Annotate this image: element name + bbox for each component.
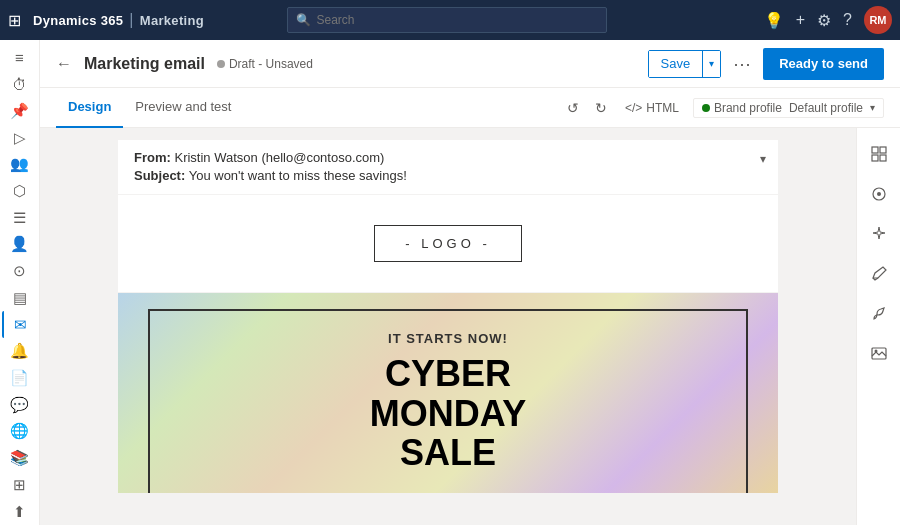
sidebar-item-segments[interactable]: ⬡: [2, 178, 38, 205]
sidebar-item-recent[interactable]: ⏱: [2, 71, 38, 98]
hero-title-line1: CYBER: [170, 354, 726, 394]
settings-icon[interactable]: ⚙: [817, 11, 831, 30]
code-icon: </>: [625, 101, 642, 115]
brush-tool-button[interactable]: [861, 296, 897, 332]
help-icon[interactable]: ?: [843, 11, 852, 29]
undo-button[interactable]: ↺: [563, 96, 583, 120]
content-area: ← Marketing email Draft - Unsaved Save ▾…: [40, 40, 900, 525]
header-actions: Save ▾ ⋯ Ready to send: [648, 48, 885, 80]
edit-tool-button[interactable]: [861, 256, 897, 292]
email-meta: From: Kristin Watson (hello@contoso.com)…: [118, 140, 778, 195]
editor-layout: From: Kristin Watson (hello@contoso.com)…: [40, 128, 900, 525]
sidebar-item-pinned[interactable]: 📌: [2, 97, 38, 124]
app-module: Marketing: [140, 13, 204, 28]
app-brand: Dynamics 365 | Marketing: [33, 11, 204, 29]
email-subject-line: Subject: You won't want to miss these sa…: [134, 168, 762, 183]
tab-preview-and-test[interactable]: Preview and test: [123, 88, 243, 128]
svg-rect-1: [880, 147, 886, 153]
sidebar-item-history[interactable]: ⊙: [2, 258, 38, 285]
hero-title: CYBER MONDAY SALE: [170, 354, 726, 473]
brand-profile-chevron-icon: ▾: [870, 102, 875, 113]
tab-bar: Design Preview and test ↺ ↻ </> HTML Bra…: [40, 88, 900, 128]
from-label: From:: [134, 150, 171, 165]
brand-profile-prefix: Brand profile: [714, 101, 782, 115]
svg-point-7: [874, 350, 877, 353]
sidebar-item-globe[interactable]: 🌐: [2, 418, 38, 445]
logo-placeholder: - LOGO -: [374, 225, 521, 262]
subject-value: You won't want to miss these savings!: [189, 168, 407, 183]
more-options-button[interactable]: ⋯: [729, 53, 755, 75]
avatar[interactable]: RM: [864, 6, 892, 34]
sidebar-item-queue[interactable]: ☰: [2, 204, 38, 231]
ready-to-send-button[interactable]: Ready to send: [763, 48, 884, 80]
draft-status-text: Draft - Unsaved: [229, 57, 313, 71]
sidebar-item-person[interactable]: 👤: [2, 231, 38, 258]
email-canvas-wrapper[interactable]: From: Kristin Watson (hello@contoso.com)…: [40, 128, 856, 525]
save-main-button[interactable]: Save: [649, 51, 703, 77]
save-dropdown-button[interactable]: ▾: [702, 51, 720, 77]
sidebar-item-chat[interactable]: 💬: [2, 391, 38, 418]
hero-title-line3: SALE: [170, 433, 726, 473]
draft-status: Draft - Unsaved: [217, 57, 313, 71]
hero-section[interactable]: IT STARTS NOW! CYBER MONDAY SALE: [118, 293, 778, 493]
brand-profile-name: Default profile: [789, 101, 863, 115]
search-icon: 🔍: [296, 13, 311, 27]
sidebar-item-grid[interactable]: ⊞: [2, 472, 38, 499]
sidebar: ≡ ⏱ 📌 ▷ 👥 ⬡ ☰ 👤 ⊙ ▤ ✉ 🔔 📄 💬 🌐 📚 ⊞ ⬆: [0, 40, 40, 525]
sidebar-item-bell[interactable]: 🔔: [2, 338, 38, 365]
elements-tool-button[interactable]: [861, 176, 897, 212]
search-box[interactable]: 🔍: [287, 7, 607, 33]
media-tool-button[interactable]: [861, 336, 897, 372]
layout-tool-button[interactable]: [861, 136, 897, 172]
app-name: Dynamics 365: [33, 13, 123, 28]
app-grid-icon[interactable]: ⊞: [8, 11, 21, 30]
svg-point-5: [877, 192, 881, 196]
back-button[interactable]: ←: [56, 55, 72, 73]
email-canvas: From: Kristin Watson (hello@contoso.com)…: [118, 140, 778, 493]
lightbulb-icon[interactable]: 💡: [764, 11, 784, 30]
nav-right-actions: 💡 + ⚙ ? RM: [764, 6, 892, 34]
page-title: Marketing email: [84, 55, 205, 73]
collapse-meta-button[interactable]: ▾: [760, 152, 766, 166]
svg-rect-2: [872, 155, 878, 161]
sidebar-item-menu[interactable]: ≡: [2, 44, 38, 71]
draft-dot-icon: [217, 60, 225, 68]
sidebar-item-document[interactable]: 📄: [2, 365, 38, 392]
hero-subtitle: IT STARTS NOW!: [170, 331, 726, 346]
main-layout: ≡ ⏱ 📌 ▷ 👥 ⬡ ☰ 👤 ⊙ ▤ ✉ 🔔 📄 💬 🌐 📚 ⊞ ⬆ ← Ma…: [0, 40, 900, 525]
logo-section[interactable]: - LOGO -: [118, 195, 778, 293]
sidebar-item-contacts[interactable]: 👥: [2, 151, 38, 178]
hero-title-line2: MONDAY: [170, 394, 726, 434]
brand-profile-dot-icon: [702, 104, 710, 112]
subject-label: Subject:: [134, 168, 185, 183]
redo-button[interactable]: ↻: [591, 96, 611, 120]
brand-separator: |: [129, 11, 133, 29]
html-toggle-button[interactable]: </> HTML: [619, 97, 685, 119]
email-from-line: From: Kristin Watson (hello@contoso.com): [134, 150, 762, 165]
right-tool-panel: [856, 128, 900, 525]
from-value: Kristin Watson (hello@contoso.com): [174, 150, 384, 165]
sparkle-tool-button[interactable]: [861, 216, 897, 252]
save-button-group[interactable]: Save ▾: [648, 50, 722, 78]
search-input[interactable]: [317, 13, 598, 27]
page-header: ← Marketing email Draft - Unsaved Save ▾…: [40, 40, 900, 88]
sidebar-item-upload[interactable]: ⬆: [2, 498, 38, 525]
svg-rect-0: [872, 147, 878, 153]
svg-rect-3: [880, 155, 886, 161]
hero-content-box: IT STARTS NOW! CYBER MONDAY SALE: [148, 309, 748, 493]
tab-actions: ↺ ↻ </> HTML Brand profile Default profi…: [563, 96, 884, 120]
sidebar-item-library[interactable]: 📚: [2, 445, 38, 472]
sidebar-item-email[interactable]: ✉: [2, 311, 38, 338]
add-icon[interactable]: +: [796, 11, 805, 29]
brand-profile-selector[interactable]: Brand profile Default profile ▾: [693, 98, 884, 118]
sidebar-item-list[interactable]: ▤: [2, 284, 38, 311]
tab-design[interactable]: Design: [56, 88, 123, 128]
sidebar-item-run[interactable]: ▷: [2, 124, 38, 151]
top-navigation: ⊞ Dynamics 365 | Marketing 🔍 💡 + ⚙ ? RM: [0, 0, 900, 40]
